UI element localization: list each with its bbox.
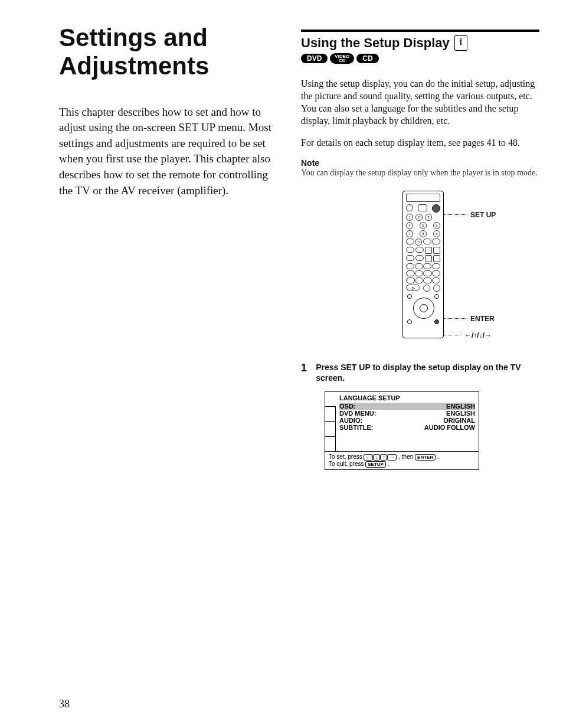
osd-row-value: ENGLISH: [446, 403, 475, 410]
osd-row-value: ENGLISH: [446, 410, 475, 417]
note-heading: Note: [301, 158, 539, 168]
osd-row-value: AUDIO FOLLOW: [424, 424, 475, 431]
osd-tabs: [325, 392, 336, 451]
osd-row: OSD:ENGLISH: [339, 403, 475, 410]
osd-row: DVD MENU:ENGLISH: [339, 410, 475, 417]
step-number: 1: [301, 362, 310, 383]
kbd-up-icon: ↑: [380, 454, 387, 461]
osd-row-label: SUBTITLE:: [339, 424, 373, 431]
osd-row-label: AUDIO:: [339, 417, 362, 424]
osd-row: AUDIO:ORIGINAL: [339, 417, 475, 424]
callout-enter: ENTER: [470, 315, 495, 323]
dvd-badge: DVD: [301, 54, 328, 63]
page-title: Settings and Adjustments: [59, 24, 277, 81]
manual-page: Settings and Adjustments This chapter de…: [0, 0, 563, 728]
osd-footer: To set, press ←↓↑→ , then ENTER . To qui…: [325, 451, 479, 469]
osd-row: SUBTITLE:AUDIO FOLLOW: [339, 424, 475, 431]
osd-screenshot: LANGUAGE SETUP OSD:ENGLISHDVD MENU:ENGLI…: [325, 391, 479, 470]
remote-diagram: 123 456 789 0 ▷: [332, 191, 509, 344]
cd-badge: CD: [356, 54, 378, 63]
right-column: Using the Setup Display î DVD VIDEO CD C…: [301, 24, 539, 470]
step-text: Press SET UP to display the setup displa…: [316, 362, 539, 383]
video-cd-badge: VIDEO CD: [330, 53, 354, 64]
kbd-setup-icon: SETUP: [365, 461, 386, 468]
dpad-icon: [406, 294, 440, 327]
page-number: 38: [59, 698, 70, 710]
step-1: 1 Press SET UP to display the setup disp…: [301, 362, 539, 383]
kbd-left-icon: ←: [364, 454, 373, 461]
remote-icon: î: [454, 35, 467, 51]
chapter-intro: This chapter describes how to set and ho…: [59, 105, 277, 199]
section-heading: Using the Setup Display: [301, 35, 450, 51]
note-body: You can display the setup display only w…: [301, 168, 539, 178]
kbd-enter-icon: ENTER: [415, 454, 436, 461]
kbd-down-icon: ↓: [373, 454, 380, 461]
callout-arrows: ←/↑/↓/→: [464, 331, 492, 339]
power-button-icon: [432, 204, 440, 213]
section-body-1: Using the setup display, you can do the …: [301, 78, 539, 127]
kbd-right-icon: →: [387, 454, 397, 461]
osd-row-label: OSD:: [339, 403, 356, 410]
heading-rule: [301, 30, 539, 32]
section-body-2: For details on each setup display item, …: [301, 137, 539, 149]
osd-row-value: ORIGINAL: [443, 417, 475, 424]
callout-setup: SET UP: [470, 211, 496, 219]
osd-title: LANGUAGE SETUP: [339, 394, 475, 401]
osd-row-label: DVD MENU:: [339, 410, 376, 417]
left-column: Settings and Adjustments This chapter de…: [59, 24, 277, 470]
disc-type-badges: DVD VIDEO CD CD: [301, 53, 539, 64]
remote-outline: 123 456 789 0 ▷: [402, 191, 444, 338]
